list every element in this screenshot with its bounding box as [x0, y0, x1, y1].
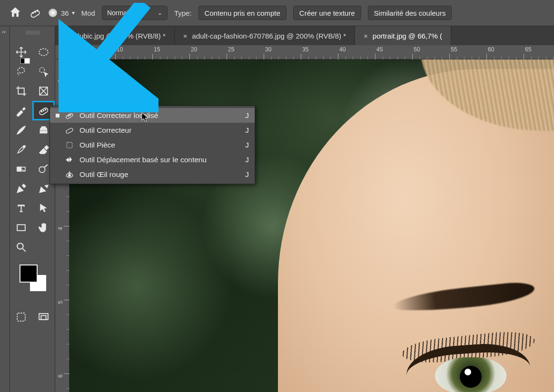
close-icon[interactable]: × — [183, 32, 188, 40]
panel-collapse-strip[interactable]: ‹‹ — [0, 26, 10, 392]
gradient-tool[interactable] — [10, 159, 32, 179]
svg-point-2 — [35, 11, 36, 12]
current-tool-icon — [29, 6, 42, 20]
type-tool[interactable] — [10, 198, 32, 218]
svg-rect-19 — [41, 315, 46, 319]
svg-rect-15 — [17, 225, 25, 231]
edit-toolbar-button[interactable] — [10, 307, 32, 327]
quick-select-tool[interactable] — [32, 62, 55, 81]
collapse-chevrons-icon: ‹‹ — [2, 29, 6, 35]
chevron-down-icon[interactable]: ▾ — [72, 10, 75, 16]
home-icon[interactable] — [9, 6, 22, 20]
type-label: Type: — [174, 9, 192, 17]
close-icon[interactable]: × — [64, 32, 68, 40]
foreground-color-swatch[interactable] — [20, 265, 38, 283]
color-swatches[interactable] — [20, 265, 48, 293]
pen-tool[interactable] — [10, 179, 32, 198]
flyout-label: Outil Correcteur — [79, 126, 236, 135]
mode-value: Normal — [107, 9, 129, 17]
flyout-label: Outil Déplacement basé sur le contenu — [79, 156, 236, 164]
flyout-spot-healing[interactable]: Outil Correcteur localisé J — [50, 108, 255, 123]
patch-icon — [64, 140, 75, 150]
options-bar: 36 ▾ Mod Normal ⌄ Type: Contenu pris en … — [0, 0, 554, 26]
brush-size-value: 36 — [61, 9, 69, 17]
default-colors-icon[interactable] — [20, 58, 30, 65]
svg-rect-13 — [17, 167, 21, 171]
svg-point-14 — [39, 167, 45, 173]
mode-select[interactable]: Normal ⌄ — [102, 6, 168, 20]
rectangle-tool[interactable] — [10, 218, 32, 237]
tab-label: portrait.jpg @ 66,7% ( — [373, 32, 442, 40]
svg-rect-17 — [17, 313, 25, 321]
flyout-healing[interactable]: Outil Correcteur J — [50, 123, 255, 137]
flyout-shortcut: J — [240, 111, 249, 120]
mode-label: Mod — [81, 9, 95, 17]
type-btn-content-aware[interactable]: Contenu pris en compte — [198, 6, 287, 20]
toolbox — [10, 26, 55, 392]
flyout-content-aware-move[interactable]: Outil Déplacement basé sur le contenu J — [50, 152, 255, 167]
toolbox-grip-icon[interactable] — [10, 31, 55, 39]
brush-tool[interactable] — [10, 120, 32, 140]
svg-point-11 — [23, 146, 25, 147]
path-select-tool[interactable] — [32, 198, 55, 218]
history-brush-tool[interactable] — [10, 140, 32, 159]
svg-point-22 — [69, 115, 70, 116]
tab-label: adult-cap-fashion-670786.jpg @ 200% (RVB… — [192, 32, 346, 40]
flyout-shortcut: J — [240, 156, 249, 164]
empty — [32, 237, 55, 257]
flyout-red-eye[interactable]: Outil Œil rouge J — [50, 167, 255, 182]
close-icon[interactable]: × — [364, 32, 368, 40]
svg-point-8 — [41, 111, 42, 112]
flyout-label: Outil Œil rouge — [79, 170, 236, 179]
tab-portrait[interactable]: × portrait.jpg @ 66,7% ( — [355, 26, 451, 45]
type-btn-proximity[interactable]: Similarité des couleurs — [368, 6, 452, 20]
tool-flyout-menu: Outil Correcteur localisé J Outil Correc… — [49, 106, 255, 184]
bandaid-icon — [64, 125, 75, 136]
flyout-shortcut: J — [240, 141, 249, 149]
svg-point-9 — [43, 110, 44, 111]
svg-point-4 — [39, 49, 48, 56]
svg-point-10 — [45, 109, 46, 110]
content-move-icon — [64, 155, 75, 165]
flyout-label: Outil Pièce — [79, 141, 236, 149]
screen-mode-button[interactable] — [32, 307, 55, 327]
flyout-shortcut: J — [240, 126, 249, 135]
flyout-patch[interactable]: Outil Pièce J — [50, 137, 255, 152]
svg-point-3 — [37, 10, 38, 11]
document-tabs: × Clubic.jpg @ 200% (RVB/8) * × adult-ca… — [55, 26, 554, 45]
eyedropper-tool[interactable] — [10, 101, 32, 120]
crop-tool[interactable] — [10, 81, 32, 101]
tab-clubic[interactable]: × Clubic.jpg @ 200% (RVB/8) * — [55, 26, 175, 45]
zoom-tool[interactable] — [10, 237, 32, 257]
brush-preview[interactable]: 36 ▾ — [49, 9, 75, 17]
svg-point-27 — [69, 174, 70, 176]
svg-rect-25 — [67, 142, 72, 148]
svg-point-16 — [17, 243, 23, 249]
redeye-icon — [64, 169, 75, 180]
tab-adult-cap[interactable]: × adult-cap-fashion-670786.jpg @ 200% (R… — [175, 26, 355, 45]
svg-rect-24 — [66, 127, 73, 134]
svg-point-1 — [32, 12, 33, 13]
svg-point-21 — [68, 116, 69, 117]
image-eye — [406, 345, 530, 392]
flyout-shortcut: J — [240, 170, 249, 179]
selected-dot-icon — [56, 114, 59, 118]
brush-dot-icon — [49, 9, 57, 17]
flyout-label: Outil Correcteur localisé — [79, 111, 236, 120]
bandaid-dots-icon — [64, 110, 75, 121]
marquee-tool[interactable] — [32, 42, 55, 62]
svg-point-5 — [40, 68, 44, 72]
chevron-down-icon: ⌄ — [158, 10, 162, 16]
frame-tool[interactable] — [32, 81, 55, 101]
tab-label: Clubic.jpg @ 200% (RVB/8) * — [73, 32, 166, 40]
type-btn-create-texture[interactable]: Créer une texture — [293, 6, 361, 20]
hand-tool[interactable] — [32, 218, 55, 237]
ruler-horizontal[interactable]: 5101520253035404550556065 — [55, 45, 554, 59]
svg-point-23 — [70, 114, 71, 115]
